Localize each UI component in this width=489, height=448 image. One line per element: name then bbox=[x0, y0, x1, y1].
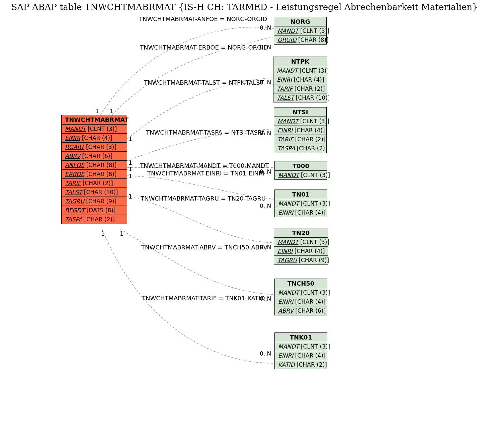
relation-label: TNWCHTMABRMAT-TAGRU = TN20-TAGRU bbox=[141, 195, 266, 202]
field-row: EINRI [CHAR (4)] bbox=[274, 126, 326, 135]
field-row: EINRI [CHAR (4)] bbox=[62, 134, 127, 143]
field-row: EINRI [CHAR (4)] bbox=[275, 351, 327, 360]
field-row: TALST [CHAR (10)] bbox=[273, 93, 327, 102]
field-row: TAGRU [CHAR (9)] bbox=[62, 197, 127, 206]
field-row: MANDT [CLNT (3)] bbox=[275, 288, 327, 297]
field-row: MANDT [CLNT (3)] bbox=[274, 26, 326, 35]
field-row: MANDT [CLNT (3)] bbox=[274, 238, 328, 247]
entity-header: TNK01 bbox=[275, 333, 327, 342]
entity-header: TNWCHTMABRMAT bbox=[62, 115, 127, 125]
cardinality-one: 1 bbox=[129, 159, 132, 166]
field-row: ABRV [CHAR (6)] bbox=[275, 306, 327, 315]
cardinality-one: 1 bbox=[120, 230, 124, 237]
field-row: MANDT [CLNT (3)] bbox=[274, 117, 326, 126]
field-row: TARIF [CHAR (2)] bbox=[274, 135, 326, 144]
entity-tnch50: TNCH50 MANDT [CLNT (3)] EINRI [CHAR (4)]… bbox=[274, 279, 327, 315]
relation-label: TNWCHTMABRMAT-MANDT = T000-MANDT bbox=[140, 162, 269, 169]
entity-tn01: TN01 MANDT [CLNT (3)] EINRI [CHAR (4)] bbox=[274, 190, 327, 217]
cardinality-many: 0..N bbox=[260, 295, 271, 302]
field-row: EINRI [CHAR (4)] bbox=[274, 247, 328, 256]
field-row: MANDT [CLNT (3)] bbox=[275, 342, 327, 351]
entity-ntpk: NTPK MANDT [CLNT (3)] EINRI [CHAR (4)] T… bbox=[273, 57, 327, 102]
relation-label: TNWCHTMABRMAT-TARIF = TNK01-KATID bbox=[142, 295, 265, 302]
cardinality-many: 0..N bbox=[260, 24, 271, 31]
entity-tnwchtmabrmat: TNWCHTMABRMAT MANDT [CLNT (3)] EINRI [CH… bbox=[61, 115, 127, 224]
relation-label: TNWCHTMABRMAT-TASPA = NTSI-TASPA bbox=[146, 129, 265, 136]
cardinality-many: 0..N bbox=[260, 244, 271, 250]
field-row: EINRI [CHAR (4)] bbox=[275, 208, 327, 217]
connectors-layer bbox=[0, 0, 489, 448]
cardinality-many: 0..N bbox=[260, 350, 271, 357]
entity-tnk01: TNK01 MANDT [CLNT (3)] EINRI [CHAR (4)] … bbox=[274, 332, 327, 369]
field-row: ANFOE [CHAR (8)] bbox=[62, 161, 127, 170]
entity-header: NTPK bbox=[273, 57, 327, 66]
field-row: TASPA [CHAR (2)] bbox=[274, 144, 326, 153]
field-row: RGART [CHAR (3)] bbox=[62, 143, 127, 152]
entity-header: NTSI bbox=[274, 107, 326, 117]
field-row: ERBOE [CHAR (8)] bbox=[62, 170, 127, 179]
cardinality-one: 1 bbox=[95, 108, 99, 115]
page-title: SAP ABAP table TNWCHTMABRMAT {IS-H CH: T… bbox=[0, 2, 489, 12]
relation-label: TNWCHTMABRMAT-ERBOE = NORG-ORGID bbox=[140, 44, 268, 51]
cardinality-one: 1 bbox=[101, 230, 105, 237]
field-row: EINRI [CHAR (4)] bbox=[275, 297, 327, 306]
cardinality-one: 1 bbox=[129, 136, 132, 142]
relation-label: TNWCHTMABRMAT-ANFOE = NORG-ORGID bbox=[139, 15, 267, 22]
entity-header: NORG bbox=[274, 17, 326, 26]
field-row: BEGDT [DATS (8)] bbox=[62, 206, 127, 215]
entity-t000: T000 MANDT [CLNT (3)] bbox=[274, 161, 327, 180]
entity-header: TN01 bbox=[275, 190, 327, 199]
field-row: MANDT [CLNT (3)] bbox=[273, 66, 327, 75]
field-row: TARIF [CHAR (2)] bbox=[62, 179, 127, 188]
cardinality-many: 0..N bbox=[260, 44, 271, 51]
relation-label: TNWCHTMABRMAT-TALST = NTPK-TALST bbox=[144, 79, 264, 86]
entity-header: TNCH50 bbox=[275, 279, 327, 288]
cardinality-one: 1 bbox=[129, 166, 132, 172]
cardinality-one: 1 bbox=[129, 173, 132, 179]
cardinality-many: 0..N bbox=[260, 79, 271, 86]
entity-ntsi: NTSI MANDT [CLNT (3)] EINRI [CHAR (4)] T… bbox=[274, 107, 327, 153]
cardinality-many: 0..N bbox=[260, 130, 271, 137]
entity-header: T000 bbox=[275, 161, 327, 171]
field-row: MANDT [CLNT (3)] bbox=[275, 171, 327, 179]
field-row: ABRV [CHAR (6)] bbox=[62, 152, 127, 161]
cardinality-many: 0..N bbox=[260, 168, 271, 175]
entity-header: TN20 bbox=[274, 228, 328, 238]
field-row: TASPA [CHAR (2)] bbox=[62, 215, 127, 224]
field-row: ORGID [CHAR (8)] bbox=[274, 35, 326, 44]
relation-label: TNWCHTMABRMAT-EINRI = TN01-EINRI bbox=[147, 170, 265, 177]
cardinality-one: 1 bbox=[110, 108, 113, 115]
cardinality-one: 1 bbox=[129, 193, 132, 200]
field-row: TALST [CHAR (10)] bbox=[62, 188, 127, 197]
field-row: MANDT [CLNT (3)] bbox=[62, 125, 127, 134]
cardinality-many: 0..N bbox=[260, 203, 271, 209]
entity-norg: NORG MANDT [CLNT (3)] ORGID [CHAR (8)] bbox=[274, 17, 327, 45]
relation-label: TNWCHTMABRMAT-ABRV = TNCH50-ABRV bbox=[141, 244, 267, 251]
field-row: EINRI [CHAR (4)] bbox=[273, 75, 327, 84]
field-row: TARIF [CHAR (2)] bbox=[273, 84, 327, 93]
field-row: MANDT [CLNT (3)] bbox=[275, 199, 327, 208]
entity-tn20: TN20 MANDT [CLNT (3)] EINRI [CHAR (4)] T… bbox=[274, 228, 328, 265]
field-row: KATID [CHAR (2)] bbox=[275, 360, 327, 369]
field-row: TAGRU [CHAR (9)] bbox=[274, 256, 328, 265]
